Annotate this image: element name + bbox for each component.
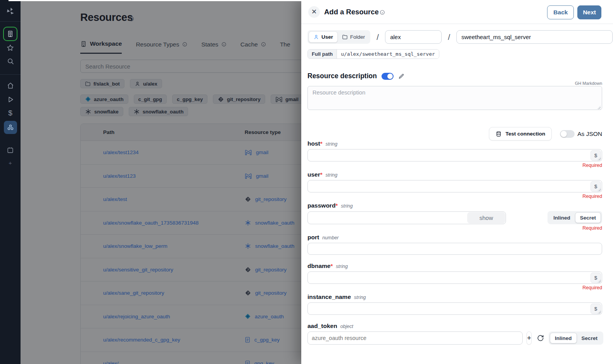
home-icon[interactable]: [0, 82, 21, 89]
field-type: string: [326, 141, 338, 147]
path-separator: /: [448, 33, 450, 42]
required-asterisk: *: [335, 202, 338, 209]
workspace-building-icon[interactable]: [3, 27, 17, 41]
field-type: string: [336, 264, 348, 269]
field-type: string: [326, 172, 338, 178]
segment-secret[interactable]: Secret: [575, 212, 601, 223]
close-icon[interactable]: ✕: [308, 6, 320, 18]
segment-inlined[interactable]: Inlined: [550, 333, 577, 343]
drawer-header: ✕ Add a Resource Back Next: [301, 0, 613, 24]
user-input[interactable]: [308, 180, 602, 192]
drawer-title: Add a Resource: [324, 8, 379, 16]
aad_token-input[interactable]: [308, 332, 522, 344]
host-input[interactable]: [308, 149, 602, 161]
windmill-logo-icon[interactable]: [0, 6, 21, 17]
variables-dollar-icon[interactable]: $: [0, 109, 21, 117]
favorites-star-icon[interactable]: [0, 44, 21, 52]
field-type: number: [322, 235, 338, 240]
field-label: aad_token: [307, 323, 337, 330]
folder-icon: [342, 34, 348, 40]
field-dbname: dbname*string$Required: [307, 263, 602, 291]
field-host: host*string$Required: [307, 140, 602, 169]
field-label: instance_name: [307, 294, 351, 300]
password-storage-segmented: InlinedSecret: [547, 211, 602, 224]
search-icon[interactable]: [0, 57, 21, 65]
field-label: port: [307, 234, 319, 241]
owner-kind-user[interactable]: User: [309, 31, 338, 43]
description-heading: Resource description: [307, 72, 377, 80]
description-textarea[interactable]: [307, 86, 602, 110]
required-hint: Required: [307, 225, 602, 232]
field-type: string: [341, 203, 353, 209]
aad_token-storage-segmented: InlinedSecret: [549, 331, 603, 345]
owner-kind-segmented: User Folder: [307, 30, 370, 44]
as-json-label: As JSON: [577, 130, 602, 137]
field-user: user*string$Required: [307, 171, 602, 200]
full-path-value: u/alex/sweetheart_ms_sql_server: [337, 50, 439, 58]
segment-inlined[interactable]: Inlined: [549, 212, 575, 223]
field-aad_token: aad_tokenobject+InlinedSecret: [307, 323, 602, 345]
required-hint: Required: [307, 285, 602, 291]
info-icon[interactable]: [380, 10, 385, 17]
top-strip: [9, 0, 613, 1]
full-path-label: Full path: [308, 50, 337, 58]
field-label: host*: [307, 140, 323, 147]
field-password: password*stringshowInlinedSecretRequired: [307, 202, 602, 232]
sidebar: $ +: [0, 0, 21, 364]
show-password-button[interactable]: show: [467, 212, 505, 223]
person-icon: [313, 34, 319, 40]
add-resource-drawer: ✕ Add a Resource Back Next User: [301, 0, 613, 364]
field-label: dbname*: [307, 263, 333, 270]
field-port: portnumber: [307, 234, 602, 255]
plus-icon[interactable]: +: [0, 160, 21, 166]
required-hint: Required: [307, 163, 602, 169]
gh-markdown-hint: GH Markdown: [575, 81, 602, 86]
path-owner-input[interactable]: [385, 30, 442, 44]
path-name-input[interactable]: [456, 30, 613, 44]
next-button[interactable]: Next: [577, 5, 601, 19]
divider: [0, 21, 21, 22]
refresh-icon[interactable]: [537, 335, 544, 342]
field-label: password*: [307, 202, 338, 209]
required-asterisk: *: [320, 171, 323, 178]
owner-kind-folder[interactable]: Folder: [338, 31, 369, 43]
path-picker: User Folder / /: [307, 30, 613, 44]
schedules-calendar-icon[interactable]: [0, 146, 21, 154]
as-json-toggle[interactable]: [560, 130, 575, 138]
required-hint: Required: [307, 194, 602, 200]
add-resource-button[interactable]: +: [527, 331, 532, 345]
required-asterisk: *: [320, 140, 323, 147]
full-path: Full path u/alex/sweetheart_ms_sql_serve…: [307, 49, 439, 59]
dbname-input[interactable]: [308, 272, 602, 283]
runs-play-icon[interactable]: [0, 96, 21, 103]
divider: [0, 74, 21, 75]
path-separator: /: [376, 33, 379, 42]
database-icon: [496, 131, 502, 137]
modal-overlay[interactable]: [21, 0, 301, 364]
field-instance_name: instance_namestring$: [307, 294, 602, 315]
field-label: user*: [307, 171, 323, 178]
description-toggle[interactable]: [382, 73, 394, 80]
field-type: object: [340, 324, 353, 329]
resource-form: host*string$Requireduser*string$Required…: [307, 140, 602, 352]
field-type: string: [354, 295, 366, 300]
pencil-icon[interactable]: [398, 73, 404, 79]
segment-secret[interactable]: Secret: [577, 333, 602, 343]
required-asterisk: *: [330, 263, 333, 269]
resources-icon[interactable]: [4, 121, 17, 134]
instance_name-input[interactable]: [308, 303, 602, 314]
back-button[interactable]: Back: [547, 5, 574, 19]
port-input[interactable]: [308, 243, 602, 254]
test-connection-button[interactable]: Test connection: [489, 127, 552, 141]
